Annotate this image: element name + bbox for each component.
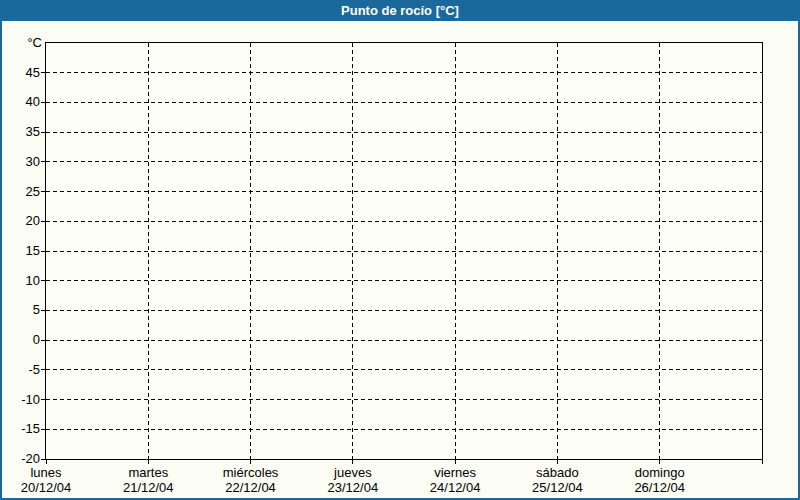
x-tick — [148, 460, 149, 464]
x-date-label: 22/12/04 — [200, 480, 302, 495]
y-tick — [41, 132, 45, 133]
chart-title: Punto de rocío [°C] — [341, 3, 459, 18]
y-tick-label: -20 — [2, 452, 40, 466]
y-tick-label: -15 — [2, 422, 40, 436]
y-tick-label: 15 — [2, 244, 40, 258]
v-gridline — [455, 43, 456, 459]
plot-area — [45, 42, 763, 460]
y-tick — [41, 369, 45, 370]
x-tick — [659, 460, 660, 464]
v-gridline — [557, 43, 558, 459]
x-day-label: martes — [97, 465, 199, 480]
v-gridline — [352, 43, 353, 459]
y-tick-label: -10 — [2, 393, 40, 407]
x-date-label: 20/12/04 — [0, 480, 97, 495]
x-tick — [250, 460, 251, 464]
x-day-label: sábado — [506, 465, 608, 480]
x-day-label: lunes — [0, 465, 97, 480]
x-tick — [455, 460, 456, 464]
y-tick-label: 40 — [2, 95, 40, 109]
x-date-label: 24/12/04 — [404, 480, 506, 495]
y-tick — [41, 102, 45, 103]
h-gridline — [46, 251, 762, 252]
h-gridline — [46, 102, 762, 103]
x-category-label: miércoles22/12/04 — [200, 465, 302, 495]
y-tick — [41, 459, 45, 460]
y-tick — [41, 310, 45, 311]
y-tick-label: 10 — [2, 274, 40, 288]
y-tick — [41, 280, 45, 281]
y-axis-unit-label: °C — [2, 36, 42, 50]
y-tick — [41, 161, 45, 162]
y-tick — [41, 340, 45, 341]
h-gridline — [46, 221, 762, 222]
h-gridline — [46, 310, 762, 311]
h-gridline — [46, 369, 762, 370]
x-date-label: 21/12/04 — [97, 480, 199, 495]
v-gridline — [148, 43, 149, 459]
y-tick — [41, 429, 45, 430]
x-day-label: miércoles — [200, 465, 302, 480]
x-tick — [352, 460, 353, 464]
y-tick — [41, 251, 45, 252]
y-tick-label: -5 — [2, 363, 40, 377]
x-category-label: lunes20/12/04 — [0, 465, 97, 495]
x-category-label: jueves23/12/04 — [302, 465, 404, 495]
y-tick — [41, 72, 45, 73]
x-category-label: martes21/12/04 — [97, 465, 199, 495]
y-tick-label: 35 — [2, 125, 40, 139]
x-category-label: viernes24/12/04 — [404, 465, 506, 495]
x-day-label: viernes — [404, 465, 506, 480]
x-category-label: domingo26/12/04 — [609, 465, 711, 495]
x-day-label: jueves — [302, 465, 404, 480]
h-gridline — [46, 132, 762, 133]
y-tick-label: 25 — [2, 185, 40, 199]
chart-window: Punto de rocío [°C] °C 45403530252015105… — [0, 0, 800, 500]
x-category-label: sábado25/12/04 — [506, 465, 608, 495]
h-gridline — [46, 280, 762, 281]
h-gridline — [46, 429, 762, 430]
y-tick-label: 45 — [2, 66, 40, 80]
v-gridline — [659, 43, 660, 459]
x-tick — [557, 460, 558, 464]
h-gridline — [46, 399, 762, 400]
chart-title-bar: Punto de rocío [°C] — [0, 0, 800, 21]
y-tick — [41, 399, 45, 400]
x-date-label: 23/12/04 — [302, 480, 404, 495]
h-gridline — [46, 340, 762, 341]
x-tick — [762, 460, 763, 464]
x-date-label: 25/12/04 — [506, 480, 608, 495]
h-gridline — [46, 191, 762, 192]
y-tick-label: 30 — [2, 155, 40, 169]
h-gridline — [46, 72, 762, 73]
y-tick-label: 5 — [2, 303, 40, 317]
x-day-label: domingo — [609, 465, 711, 480]
y-tick — [41, 191, 45, 192]
y-tick-label: 20 — [2, 214, 40, 228]
y-tick — [41, 221, 45, 222]
h-gridline — [46, 161, 762, 162]
v-gridline — [250, 43, 251, 459]
y-tick-label: 0 — [2, 333, 40, 347]
x-date-label: 26/12/04 — [609, 480, 711, 495]
x-tick — [46, 460, 47, 464]
